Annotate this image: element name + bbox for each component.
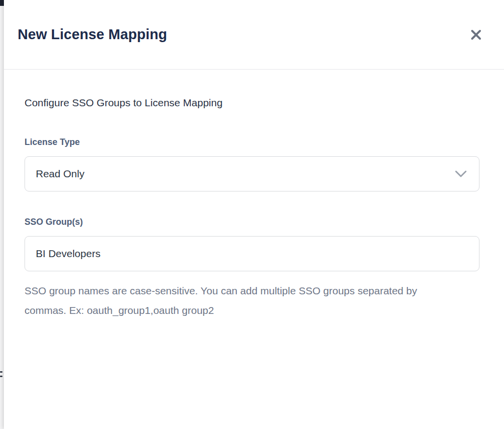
chevron-down-icon [454,169,467,178]
sso-groups-input[interactable] [25,236,479,271]
sso-groups-help-text: SSO group names are case-sensitive. You … [25,281,441,320]
modal-body: Configure SSO Groups to License Mapping … [4,70,504,429]
license-type-label: License Type [25,137,483,147]
license-type-select[interactable]: Read Only [25,156,479,191]
background-list-icon [0,371,3,385]
modal-subtitle: Configure SSO Groups to License Mapping [25,97,483,109]
close-button[interactable] [468,26,484,43]
modal-header: New License Mapping [4,0,504,70]
modal-title: New License Mapping [18,26,167,43]
x-icon [470,28,482,41]
license-type-selected-value: Read Only [36,168,84,180]
new-license-mapping-modal: New License Mapping Configure SSO Groups… [4,0,504,429]
sso-groups-label: SSO Group(s) [25,217,483,227]
background-page-fragment [0,0,4,6]
background-page-edge [0,0,4,429]
